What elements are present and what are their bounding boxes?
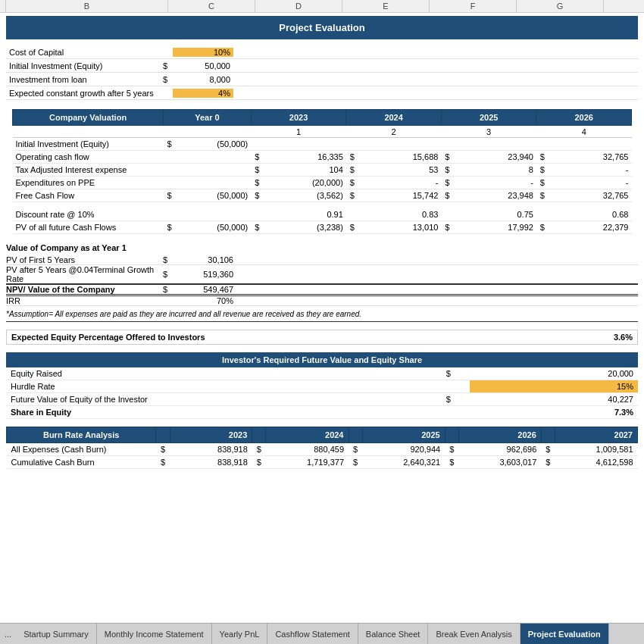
cum-burn-dollar: $: [156, 455, 170, 468]
all-exp-2025: 920,944: [362, 442, 445, 455]
pv-label: PV of all future Cash Flows: [13, 220, 164, 233]
ppe-d4: $: [536, 177, 549, 189]
cumulative-burn-label: Cumulative Cash Burn: [7, 455, 156, 468]
expected-equity-row: Expected Equity Percentage Offered to In…: [6, 330, 638, 345]
share-equity-dollar: [427, 405, 470, 418]
input-row-initial-investment: Initial Investment (Equity) $ 50,000: [6, 59, 638, 73]
cv-header-company: Company Valuation: [13, 110, 164, 126]
tax-v1: 104: [263, 164, 346, 177]
burn-rate-table: Burn Rate Analysis 2023 2024 2025 2026 2…: [6, 427, 638, 469]
equity-raised-value: 20,000: [470, 367, 638, 380]
table-row: PV of all future Cash Flows $ (50,000) $…: [13, 220, 632, 233]
table-row: Future Value of Equity of the Investor $…: [6, 392, 638, 405]
all-exp-2024: 880,459: [266, 442, 349, 455]
fcf-v1: (3,562): [263, 189, 346, 202]
pv-d3: $: [441, 220, 453, 233]
fcf-label: Free Cash Flow: [13, 189, 164, 202]
inv-header: Investor's Required Future Value and Equ…: [6, 352, 638, 367]
burn-header-2027: 2027: [555, 427, 637, 442]
npv-value: 549,467: [173, 285, 233, 294]
cv-header-2023: 2023: [251, 110, 346, 126]
input-row-growth: Expected constant growth after 5 years 4…: [6, 86, 638, 100]
cost-of-capital-label: Cost of Capital: [6, 46, 158, 58]
cv-sub-yr0-val: [176, 126, 252, 138]
equity-pct-value: 3.6%: [572, 333, 633, 342]
burn-header-label: Burn Rate Analysis: [7, 427, 156, 442]
pv-v2: 13,010: [358, 220, 442, 233]
cv-sub-1: 1: [251, 126, 346, 138]
tax-d4: $: [536, 164, 549, 177]
fcf-d3: $: [441, 189, 453, 202]
fv-equity-dollar: $: [427, 392, 470, 405]
irr-label: IRR: [6, 296, 158, 305]
pv-v4: 22,379: [549, 220, 632, 233]
inv-header-row: Investor's Required Future Value and Equ…: [6, 352, 638, 367]
input-section: Cost of Capital 10% Initial Investment (…: [6, 45, 638, 100]
value-of-company-section: Value of Company as at Year 1 PV of Firs…: [6, 243, 638, 322]
pv5-value: 30,106: [173, 255, 233, 264]
pv5yr-label: PV after 5 Years @0.04Terminal Growth Ra…: [6, 265, 158, 283]
pv5yr-dollar: $: [158, 270, 173, 279]
initial-inv-yr0: (50,000): [176, 138, 252, 151]
col-b-header: B: [6, 0, 168, 12]
company-valuation-section: Company Valuation Year 0 2023 2024 2025 …: [6, 109, 638, 234]
table-row: Hurdle Rate 15%: [6, 380, 638, 392]
column-headers: B C D E F G: [0, 0, 644, 13]
cv-sub-2: 2: [346, 126, 442, 138]
cv-header-2025: 2025: [441, 110, 536, 126]
voc-row-pv5yr: PV after 5 Years @0.04Terminal Growth Ra…: [6, 265, 638, 284]
table-row: Discount rate @ 10% 0.91 0.83 0.75 0.68: [13, 208, 632, 221]
fcf-dollar0: $: [164, 189, 176, 202]
cost-of-capital-value[interactable]: 10%: [173, 48, 233, 57]
burn-header-2025: 2025: [362, 427, 445, 442]
pv5yr-value: 519,360: [173, 270, 233, 279]
ppe-v4: -: [549, 177, 632, 189]
ppe-d1: $: [251, 177, 263, 189]
fv-equity-value: 40,227: [470, 392, 638, 405]
fcf-yr0: (50,000): [176, 189, 252, 202]
investor-section: Investor's Required Future Value and Equ…: [6, 352, 638, 419]
investment-loan-value[interactable]: 8,000: [173, 75, 233, 84]
ocf-d4: $: [536, 151, 549, 164]
table-row: Initial Investment (Equity) $ (50,000): [13, 138, 632, 151]
tax-v2: 53: [358, 164, 442, 177]
input-row-cost-of-capital: Cost of Capital 10%: [6, 45, 638, 59]
burn-header-2024: 2024: [266, 427, 349, 442]
hurdle-rate-value[interactable]: 15%: [470, 380, 638, 392]
all-expenses-label: All Expenses (Cash Burn): [7, 442, 156, 455]
growth-value[interactable]: 4%: [173, 89, 233, 98]
share-equity-label: Share in Equity: [6, 405, 427, 418]
cv-sub-yr0-dollar: [164, 126, 176, 138]
ocf-label: Operating cash flow: [13, 151, 164, 164]
burn-header-2026: 2026: [458, 427, 541, 442]
cum-burn-2023: 838,918: [170, 455, 252, 468]
pv5-label: PV of First 5 Years: [6, 255, 158, 264]
table-row: All Expenses (Cash Burn) $ 838,918 $ 880…: [7, 442, 638, 455]
disc-v4: 0.68: [549, 208, 632, 221]
fv-equity-label: Future Value of Equity of the Investor: [6, 392, 427, 405]
row-num-col: [0, 0, 6, 12]
voc-row-pv5: PV of First 5 Years $ 30,106: [6, 255, 638, 265]
voc-row-irr: IRR 70%: [6, 296, 638, 306]
assumption-text: *Assumption= All expenses are paid as th…: [6, 310, 361, 318]
project-evaluation-title: Project Evaluation: [6, 16, 638, 39]
investment-loan-dollar: $: [158, 75, 173, 84]
col-e-header: E: [342, 0, 430, 12]
equity-pct-label: Expected Equity Percentage Offered to In…: [11, 333, 572, 342]
cv-sub-label: [13, 126, 164, 138]
fcf-v4: 32,765: [549, 189, 632, 202]
tax-v4: -: [549, 164, 632, 177]
table-row: Tax Adjusted Interest expense $ 104 $ 53…: [13, 164, 632, 177]
ocf-d1: $: [251, 151, 263, 164]
cv-sub-4: 4: [536, 126, 632, 138]
initial-inv-dollar: $: [164, 138, 176, 151]
pv5-dollar: $: [158, 255, 173, 264]
investor-table: Investor's Required Future Value and Equ…: [6, 352, 638, 419]
table-row: Share in Equity 7.3%: [6, 405, 638, 418]
equity-raised-dollar: $: [427, 367, 470, 380]
fcf-v3: 23,948: [453, 189, 536, 202]
cv-sub-3: 3: [441, 126, 536, 138]
initial-investment-value[interactable]: 50,000: [173, 61, 233, 70]
fcf-v2: 15,742: [358, 189, 442, 202]
cum-burn-2025: 2,640,321: [362, 455, 445, 468]
